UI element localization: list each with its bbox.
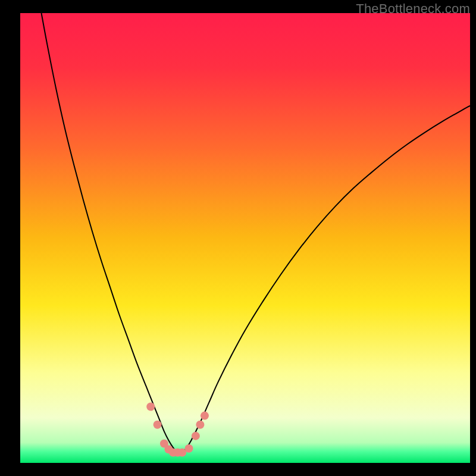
curve-marker (185, 444, 193, 453)
curve-marker (201, 412, 209, 420)
chart-frame: TheBottleneck.com (0, 0, 476, 476)
curve-marker (192, 432, 200, 440)
curve-marker (196, 421, 204, 429)
chart-background (20, 13, 470, 463)
curve-marker (146, 403, 155, 411)
bottleneck-chart (20, 13, 470, 463)
curve-marker (154, 421, 162, 429)
